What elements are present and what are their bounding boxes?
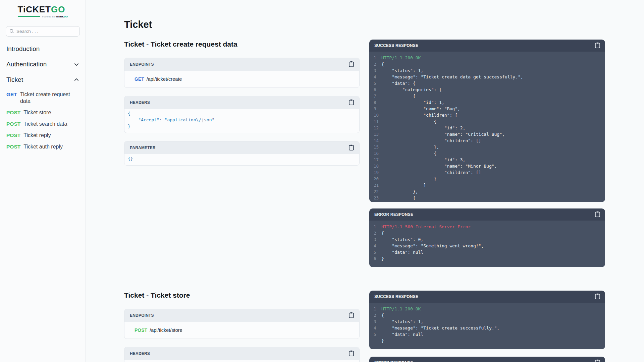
search-input[interactable] [16, 29, 76, 34]
sidebar-nav: Introduction Authentication Ticket GET T… [6, 41, 80, 153]
brand-name: TiCKETGO [18, 5, 68, 14]
code-line: 12 "id": 2, [369, 125, 605, 131]
copy-button[interactable] [595, 359, 600, 362]
search-box[interactable] [6, 26, 80, 37]
code-text: "status": 0, [379, 236, 423, 243]
line-number: 3 [369, 67, 379, 74]
sidebar-item-ticket-create-request-data[interactable]: GET Ticket create request data [6, 89, 80, 107]
line-number: 13 [369, 131, 379, 137]
code-line: 19 "children": [] [369, 169, 605, 176]
copy-button[interactable] [595, 293, 600, 300]
sidebar-item-ticket-store[interactable]: POST Ticket store [6, 107, 80, 118]
line-number: 22 [369, 188, 379, 195]
brand-logo: TiCKETGO Powered By WORKDO [18, 5, 68, 18]
sidebar-item-ticket-reply[interactable]: POST Ticket reply [6, 130, 80, 141]
sidebar-item-ticket-auth-reply[interactable]: POST Ticket auth reply [6, 141, 80, 153]
app-window: TiCKETGO Powered By WORKDO Introduction … [0, 0, 644, 362]
code-line: 9 "name": "Bug", [369, 106, 605, 112]
code-line: 4 "message": "Ticket create data get suc… [369, 74, 605, 80]
endpoint-path: /api/ticket/create [147, 76, 182, 82]
line-number: 11 [369, 118, 379, 125]
sidebar-item-ticket[interactable]: Ticket [6, 72, 80, 87]
code-line: 2 { [369, 61, 605, 67]
sidebar-item-introduction[interactable]: Introduction [6, 41, 80, 57]
sidebar-item-authentication[interactable]: Authentication [6, 57, 80, 72]
copy-button[interactable] [349, 61, 354, 68]
panel-title: HEADERS [130, 351, 150, 356]
code-line: 4 "message": "Ticket create successfully… [369, 325, 605, 331]
copy-button[interactable] [595, 211, 600, 218]
clipboard-icon [595, 42, 600, 49]
code-line: { [128, 110, 356, 117]
code-line: 20 } [369, 176, 605, 182]
code-text: "categories": [ [379, 86, 442, 93]
line-number: 21 [369, 182, 379, 188]
line-number: 1 [369, 306, 379, 312]
panel-title: SUCCESS RESPONSE [374, 294, 418, 299]
code-text: }, [379, 188, 418, 195]
code-text: "message": "Something went wrong!", [379, 243, 484, 249]
method-badge-post: POST [6, 121, 20, 127]
method-badge-post: POST [6, 143, 20, 150]
code-line: 14 "children": [] [369, 137, 605, 144]
error-response-panel: ERROR RESPONSE [369, 357, 605, 362]
method-badge-get: GET [135, 76, 144, 82]
method-badge-post: POST [6, 109, 20, 116]
line-number: 6 [369, 255, 379, 262]
code-line: 6 "categories": [ [369, 86, 605, 93]
error-response-code: 1 HTTP/1.1 500 Internal Server Error 2 {… [369, 221, 605, 267]
line-number: 5 [369, 80, 379, 86]
line-number: 4 [369, 325, 379, 331]
code-text: "name": "Minor Bug", [379, 163, 497, 169]
response-column: SUCCESS RESPONSE 1 HTTP/1.1 200 OK [369, 291, 605, 362]
section-title: Ticket - Ticket create request data [124, 40, 360, 49]
panel-title: ERROR RESPONSE [374, 360, 413, 362]
code-line: "Accept": "application\/json" [128, 117, 356, 123]
code-text: } [379, 176, 436, 182]
panel-header: HEADERS [124, 347, 359, 360]
code-line: {} [128, 156, 356, 162]
code-text: { [379, 93, 416, 99]
copy-button[interactable] [349, 350, 354, 357]
line-number: 10 [369, 112, 379, 118]
line-number: 3 [369, 318, 379, 325]
endpoint-row: GET /api/ticket/create [124, 71, 359, 87]
code-line: 8 "id": 1, [369, 99, 605, 106]
panel-header: SUCCESS RESPONSE [369, 40, 605, 52]
line-number: 2 [369, 230, 379, 236]
code-text: } [379, 255, 384, 262]
parameter-code: {} [124, 154, 359, 165]
brand-name-green: GO [51, 4, 65, 14]
brand-tagline: Powered By WORKDO [18, 15, 68, 18]
copy-button[interactable] [349, 312, 354, 319]
code-line: 18 "name": "Minor Bug", [369, 163, 605, 169]
code-text: "id": 1, [379, 99, 444, 106]
chevron-up-icon [74, 77, 79, 82]
panel-title: ERROR RESPONSE [374, 212, 413, 217]
search-icon [9, 29, 14, 34]
copy-button[interactable] [349, 144, 354, 152]
code-line: 2 { [369, 312, 605, 318]
code-line: 22 }, [369, 188, 605, 195]
clipboard-icon [349, 99, 354, 106]
code-text: "id": 3, [379, 157, 465, 163]
code-line: } [128, 123, 356, 129]
code-text: "children": [] [379, 169, 481, 176]
code-line: 5 "data": null [369, 249, 605, 255]
sidebar-item-ticket-search-data[interactable]: POST Ticket search data [6, 118, 80, 130]
clipboard-icon [595, 293, 600, 300]
brand-name-black: TiCKET [18, 4, 51, 14]
chevron-down-icon [74, 62, 79, 67]
ticket-submenu: GET Ticket create request data POST Tick… [6, 89, 80, 153]
sidebar-item-label: Authentication [6, 61, 47, 68]
line-number: 14 [369, 137, 379, 144]
code-line: 10 "children": [ [369, 112, 605, 118]
code-text: "id": 4, [379, 201, 444, 202]
endpoints-panel: ENDPOINTS POST /api/ticket/store [124, 309, 360, 339]
panel-header: HEADERS [124, 96, 359, 109]
line-number: 17 [369, 157, 379, 163]
line-number: 23 [369, 195, 379, 201]
line-number: 3 [369, 236, 379, 243]
copy-button[interactable] [349, 99, 354, 106]
copy-button[interactable] [595, 42, 600, 49]
